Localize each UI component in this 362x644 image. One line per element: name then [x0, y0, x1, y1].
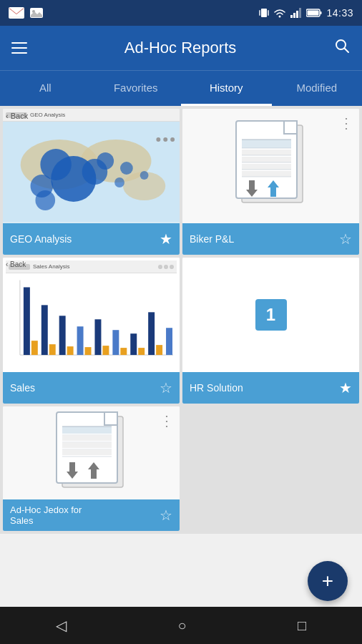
svg-rect-65: [156, 345, 162, 355]
jedox-footer: Ad-Hoc Jedox forSales ☆: [3, 499, 180, 531]
status-bar: 14:33: [0, 0, 362, 26]
hr-solution-thumb: 1: [182, 258, 359, 372]
svg-rect-36: [242, 150, 291, 155]
hr-solution-title: HR Solution: [190, 382, 243, 394]
svg-rect-3: [261, 9, 267, 17]
svg-rect-8: [293, 13, 295, 18]
svg-rect-51: [31, 341, 38, 355]
biker-pl-star[interactable]: ☆: [339, 230, 352, 248]
vibrate-icon: [259, 7, 269, 19]
svg-rect-56: [77, 326, 84, 355]
card-sales[interactable]: Sales Analysis ‹ Back: [3, 258, 180, 404]
tab-modified[interactable]: Modified: [272, 71, 363, 106]
svg-point-31: [170, 137, 175, 142]
svg-line-15: [344, 49, 348, 53]
card-geo-analysis[interactable]: GEO Analysis: [3, 109, 180, 255]
page-title: Ad-Hoc Reports: [124, 39, 237, 57]
navigation-bar: ◁ ○ □: [0, 607, 362, 644]
hr-badge: 1: [255, 299, 287, 331]
svg-rect-70: [62, 426, 112, 434]
biker-more-button[interactable]: ⋮: [339, 114, 353, 132]
status-left-icons: [9, 7, 43, 19]
image-icon: [30, 8, 43, 18]
sales-title: Sales: [10, 382, 35, 394]
svg-point-30: [163, 137, 167, 142]
svg-rect-55: [67, 346, 74, 355]
wifi-icon: [273, 8, 286, 18]
battery-icon: [306, 9, 322, 17]
hr-solution-footer: HR Solution ★: [182, 372, 359, 404]
jedox-star[interactable]: ☆: [160, 507, 172, 524]
card-adhoc-jedox[interactable]: ⋮: [3, 406, 180, 531]
svg-rect-10: [299, 8, 301, 18]
svg-rect-53: [49, 344, 56, 355]
svg-point-28: [140, 171, 149, 180]
svg-rect-69: [104, 412, 117, 425]
svg-point-26: [114, 177, 124, 187]
svg-rect-5: [268, 10, 269, 16]
svg-rect-34: [284, 121, 297, 134]
svg-rect-13: [308, 11, 319, 16]
hr-solution-star[interactable]: ★: [339, 379, 352, 396]
svg-rect-4: [259, 10, 260, 16]
sales-star[interactable]: ☆: [160, 379, 172, 396]
search-button[interactable]: [333, 37, 351, 59]
header: Ad-Hoc Reports: [0, 26, 362, 70]
jedox-more-button[interactable]: ⋮: [160, 412, 174, 429]
reports-grid: GEO Analysis: [0, 106, 362, 534]
tab-favorites[interactable]: Favorites: [91, 71, 182, 106]
svg-rect-37: [242, 157, 291, 162]
home-nav-button[interactable]: ○: [177, 618, 186, 634]
svg-point-27: [35, 190, 55, 210]
svg-rect-38: [242, 164, 291, 170]
card-hr-solution[interactable]: 1 HR Solution ★: [182, 258, 359, 404]
svg-rect-57: [85, 347, 92, 355]
recent-nav-button[interactable]: □: [298, 618, 306, 634]
svg-rect-50: [24, 287, 30, 355]
svg-rect-77: [62, 442, 112, 448]
biker-pl-thumb: ⋮: [182, 109, 359, 223]
signal-icon: [290, 8, 302, 18]
gmail-icon: [9, 7, 24, 19]
svg-rect-7: [290, 15, 293, 18]
add-report-button[interactable]: +: [308, 561, 348, 601]
svg-point-24: [97, 152, 114, 170]
svg-rect-62: [130, 333, 137, 355]
svg-rect-35: [242, 140, 291, 148]
svg-point-29: [156, 137, 160, 142]
jedox-title: Ad-Hoc Jedox forSales: [10, 504, 82, 526]
sales-thumb: Sales Analysis ‹ Back: [3, 258, 180, 372]
sales-footer: Sales ☆: [3, 372, 180, 404]
svg-rect-12: [321, 11, 322, 14]
biker-pl-title: Biker P&L: [190, 233, 234, 245]
tabs-bar: All Favorites History Modified: [0, 70, 362, 106]
svg-rect-61: [120, 348, 127, 355]
tab-history[interactable]: History: [181, 71, 272, 106]
card-biker-pl[interactable]: ⋮: [182, 109, 359, 255]
back-nav-button[interactable]: ◁: [56, 617, 67, 634]
time-display: 14:33: [326, 7, 353, 19]
svg-rect-60: [112, 330, 119, 355]
svg-rect-76: [62, 435, 112, 441]
svg-rect-64: [148, 312, 155, 355]
svg-rect-54: [59, 316, 66, 355]
svg-rect-58: [94, 319, 101, 355]
svg-rect-39: [242, 171, 291, 177]
svg-rect-59: [102, 346, 109, 355]
geo-analysis-thumb: GEO Analysis: [3, 109, 180, 223]
svg-rect-52: [41, 305, 48, 355]
svg-rect-78: [62, 449, 112, 455]
geo-analysis-title: GEO Analysis: [10, 233, 72, 245]
geo-analysis-footer: GEO Analysis ★: [3, 223, 180, 255]
svg-point-6: [279, 16, 281, 18]
status-right-icons: 14:33: [259, 7, 353, 19]
svg-rect-63: [138, 348, 145, 355]
svg-rect-66: [166, 328, 172, 355]
svg-point-25: [120, 162, 133, 175]
geo-analysis-star[interactable]: ★: [160, 230, 172, 248]
biker-pl-footer: Biker P&L ☆: [182, 223, 359, 255]
menu-button[interactable]: [11, 42, 27, 54]
jedox-thumb: ⋮: [3, 406, 180, 499]
tab-all[interactable]: All: [0, 71, 91, 106]
svg-rect-9: [296, 11, 298, 18]
